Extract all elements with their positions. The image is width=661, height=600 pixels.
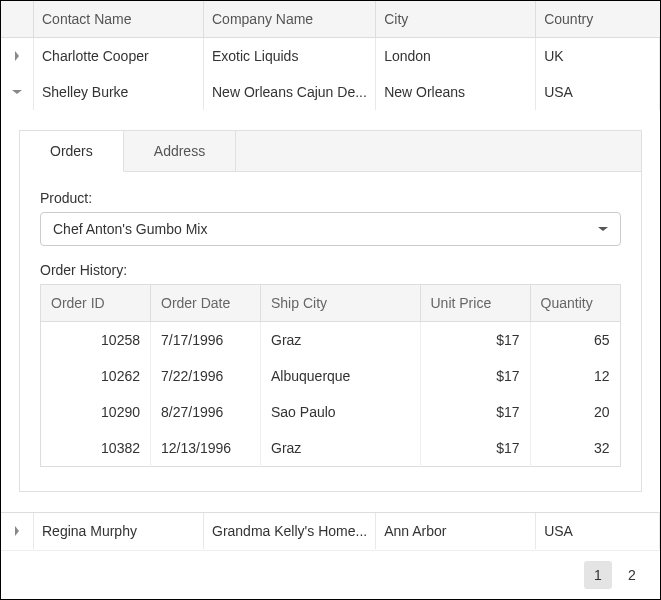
cell-quantity: 12 bbox=[530, 358, 620, 394]
history-header-row: Order ID Order Date Ship City Unit Price… bbox=[41, 285, 621, 322]
cell-country: USA bbox=[536, 513, 660, 549]
cell-shipcity: Graz bbox=[261, 322, 421, 359]
product-value: Chef Anton's Gumbo Mix bbox=[53, 221, 207, 237]
header-country[interactable]: Country bbox=[536, 1, 660, 38]
detail-panel: Orders Address Product: Chef Anton's Gum… bbox=[19, 130, 642, 492]
cell-orderid: 10382 bbox=[41, 430, 151, 467]
cell-orderdate: 7/22/1996 bbox=[151, 358, 261, 394]
chevron-right-icon bbox=[12, 526, 22, 536]
pager: 1 2 bbox=[1, 550, 660, 599]
cell-city: New Orleans bbox=[376, 74, 536, 110]
detail-row: Orders Address Product: Chef Anton's Gum… bbox=[1, 110, 660, 513]
table-row[interactable]: Charlotte Cooper Exotic Liquids London U… bbox=[1, 38, 660, 75]
cell-contact: Regina Murphy bbox=[34, 513, 204, 549]
header-city[interactable]: City bbox=[376, 1, 536, 38]
chevron-right-icon bbox=[12, 51, 22, 61]
chevron-down-icon bbox=[598, 221, 608, 237]
cell-shipcity: Sao Paulo bbox=[261, 394, 421, 430]
tab-body-orders: Product: Chef Anton's Gumbo Mix Order Hi… bbox=[20, 172, 641, 491]
history-header-orderdate[interactable]: Order Date bbox=[151, 285, 261, 322]
cell-unitprice: $17 bbox=[420, 394, 530, 430]
history-header-unitprice[interactable]: Unit Price bbox=[420, 285, 530, 322]
expand-toggle[interactable] bbox=[9, 523, 25, 539]
cell-orderdate: 12/13/1996 bbox=[151, 430, 261, 467]
data-grid: Contact Name Company Name City Country C… bbox=[0, 0, 661, 600]
expand-toggle[interactable] bbox=[9, 84, 25, 100]
header-company[interactable]: Company Name bbox=[204, 1, 376, 38]
cell-orderid: 10258 bbox=[41, 322, 151, 359]
cell-unitprice: $17 bbox=[420, 322, 530, 359]
cell-quantity: 20 bbox=[530, 394, 620, 430]
cell-city: London bbox=[376, 38, 536, 75]
history-row[interactable]: 10382 12/13/1996 Graz $17 32 bbox=[41, 430, 621, 467]
cell-orderdate: 8/27/1996 bbox=[151, 394, 261, 430]
cell-orderid: 10262 bbox=[41, 358, 151, 394]
header-contact[interactable]: Contact Name bbox=[34, 1, 204, 38]
tab-orders[interactable]: Orders bbox=[20, 131, 124, 172]
cell-unitprice: $17 bbox=[420, 430, 530, 467]
cell-contact: Shelley Burke bbox=[34, 74, 204, 110]
header-row: Contact Name Company Name City Country bbox=[1, 1, 660, 38]
main-table: Contact Name Company Name City Country C… bbox=[1, 1, 660, 549]
history-row[interactable]: 10290 8/27/1996 Sao Paulo $17 20 bbox=[41, 394, 621, 430]
page-button[interactable]: 1 bbox=[584, 561, 612, 589]
cell-unitprice: $17 bbox=[420, 358, 530, 394]
tab-address[interactable]: Address bbox=[124, 131, 236, 171]
cell-quantity: 65 bbox=[530, 322, 620, 359]
order-history-table: Order ID Order Date Ship City Unit Price… bbox=[40, 284, 621, 467]
history-header-orderid[interactable]: Order ID bbox=[41, 285, 151, 322]
cell-company: Exotic Liquids bbox=[204, 38, 376, 75]
cell-company: Grandma Kelly's Home... bbox=[204, 513, 376, 549]
history-row[interactable]: 10262 7/22/1996 Albuquerque $17 12 bbox=[41, 358, 621, 394]
history-row[interactable]: 10258 7/17/1996 Graz $17 65 bbox=[41, 322, 621, 359]
product-dropdown[interactable]: Chef Anton's Gumbo Mix bbox=[40, 212, 621, 246]
table-row[interactable]: Regina Murphy Grandma Kelly's Home... An… bbox=[1, 513, 660, 549]
chevron-down-icon bbox=[12, 87, 22, 97]
cell-country: UK bbox=[536, 38, 660, 75]
cell-company: New Orleans Cajun De... bbox=[204, 74, 376, 110]
product-label: Product: bbox=[40, 190, 621, 206]
history-label: Order History: bbox=[40, 262, 621, 278]
cell-orderid: 10290 bbox=[41, 394, 151, 430]
expand-toggle[interactable] bbox=[9, 48, 25, 64]
page-button[interactable]: 2 bbox=[618, 561, 646, 589]
cell-orderdate: 7/17/1996 bbox=[151, 322, 261, 359]
tab-strip: Orders Address bbox=[20, 131, 641, 172]
table-row[interactable]: Shelley Burke New Orleans Cajun De... Ne… bbox=[1, 74, 660, 110]
cell-quantity: 32 bbox=[530, 430, 620, 467]
history-header-quantity[interactable]: Quantity bbox=[530, 285, 620, 322]
history-header-shipcity[interactable]: Ship City bbox=[261, 285, 421, 322]
cell-contact: Charlotte Cooper bbox=[34, 38, 204, 75]
cell-shipcity: Graz bbox=[261, 430, 421, 467]
cell-city: Ann Arbor bbox=[376, 513, 536, 549]
cell-shipcity: Albuquerque bbox=[261, 358, 421, 394]
cell-country: USA bbox=[536, 74, 660, 110]
header-expand bbox=[1, 1, 34, 38]
